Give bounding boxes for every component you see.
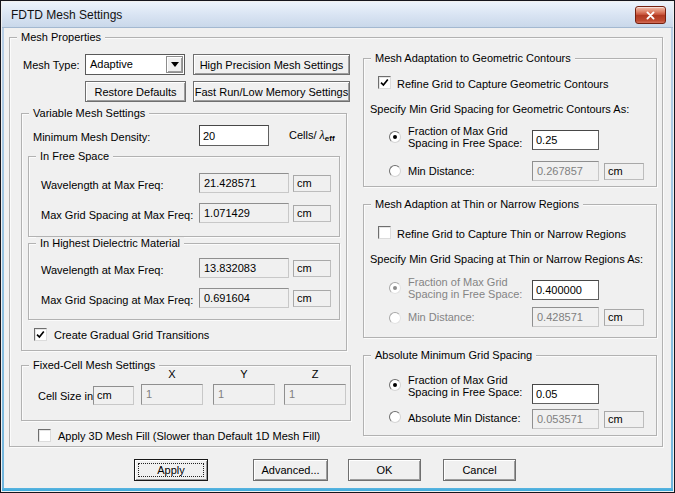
di-maxgrid-unit: cm [293, 290, 331, 307]
contours-refine-label: Refine Grid to Capture Geometric Contour… [397, 78, 609, 90]
advanced-button[interactable]: Advanced... [253, 459, 328, 481]
gradual-transitions-checkbox[interactable] [34, 328, 47, 341]
close-icon [646, 11, 655, 20]
group-free-space-legend: In Free Space [36, 150, 113, 162]
restore-defaults-button-label: Restore Defaults [95, 86, 177, 98]
group-dielectric-legend: In Highest Dielectric Material [36, 237, 184, 249]
chevron-down-icon [171, 62, 179, 67]
di-wavelength-unit: cm [293, 260, 331, 277]
min-mesh-density-input[interactable] [199, 125, 269, 146]
thin-fraction-input[interactable] [532, 280, 599, 300]
cell-size-x-field: 1 [141, 384, 203, 405]
cancel-button[interactable]: Cancel [443, 459, 516, 481]
group-dielectric: In Highest Dielectric Material [28, 243, 340, 320]
thin-min-distance-label: Min Distance: [408, 311, 475, 323]
fs-maxgrid-unit: cm [293, 205, 331, 222]
group-free-space: In Free Space [28, 156, 340, 237]
absmin-distance-label: Absolute Min Distance: [408, 412, 521, 424]
group-mesh-properties-legend: Mesh Properties [17, 31, 105, 43]
contours-fraction-label-line1: Fraction of Max Grid [408, 125, 508, 137]
mesh-type-label: Mesh Type: [23, 59, 80, 71]
contours-min-distance-label: Min Distance: [408, 165, 475, 177]
apply-button-label: Apply [157, 464, 185, 476]
fs-maxgrid-label: Max Grid Spacing at Max Freq: [41, 209, 193, 221]
thin-refine-checkbox[interactable] [378, 226, 391, 239]
absmin-fraction-label-line2: Spacing in Free Space: [408, 386, 522, 398]
window-title: FDTD Mesh Settings [11, 8, 122, 22]
contours-min-distance-radio[interactable] [389, 165, 401, 177]
fast-run-button[interactable]: Fast Run/Low Memory Settings [193, 81, 350, 102]
min-mesh-density-label: Minimum Mesh Density: [33, 131, 150, 143]
cancel-button-label: Cancel [462, 464, 496, 476]
di-maxgrid-value: 0.691604 [199, 288, 289, 308]
radio-dot [393, 135, 397, 139]
gradual-transitions-label: Create Gradual Grid Transitions [54, 329, 209, 341]
group-fixed-cell-legend: Fixed-Cell Mesh Settings [29, 359, 159, 371]
absmin-fraction-label-line1: Fraction of Max Grid [408, 374, 508, 386]
thin-fraction-radio [389, 282, 401, 294]
apply-button[interactable]: Apply [134, 459, 208, 481]
thin-refine-label: Refine Grid to Capture Thin or Narrow Re… [397, 228, 626, 240]
mesh-type-value: Adaptive [90, 58, 133, 70]
advanced-button-label: Advanced... [261, 464, 319, 476]
fast-run-button-label: Fast Run/Low Memory Settings [195, 86, 348, 98]
fixed-cell-header-y: Y [213, 368, 275, 380]
window-border-bottom [2, 488, 673, 491]
thin-min-distance-unit: cm [604, 309, 644, 326]
ok-button[interactable]: OK [348, 459, 421, 481]
cell-size-unit-field: cm [93, 386, 134, 405]
fixed-cell-header-x: X [141, 368, 203, 380]
contours-fraction-input[interactable] [532, 130, 599, 150]
fs-maxgrid-value: 1.071429 [199, 203, 289, 223]
di-wavelength-label: Wavelength at Max Freq: [41, 264, 163, 276]
min-mesh-density-units: Cells/ λeff [289, 129, 335, 145]
radio-dot [393, 383, 397, 387]
fs-wavelength-unit: cm [293, 175, 331, 192]
absmin-fraction-input[interactable] [532, 384, 599, 404]
mesh-fill-checkbox[interactable] [38, 429, 51, 442]
units-prefix: Cells/ [289, 129, 317, 141]
contours-min-distance-field: 0.267857 [532, 161, 599, 181]
mesh-type-select[interactable]: Adaptive [85, 54, 185, 75]
window-border-right [671, 28, 673, 488]
thin-min-distance-radio [389, 312, 401, 324]
cell-size-label: Cell Size in [38, 390, 93, 402]
contours-fraction-label-line2: Spacing in Free Space: [408, 137, 522, 149]
di-maxgrid-label: Max Grid Spacing at Max Freq: [41, 294, 193, 306]
fdtd-mesh-settings-dialog: FDTD Mesh Settings Mesh Properties Mesh … [0, 0, 675, 493]
group-contours-legend: Mesh Adaptation to Geometric Contours [371, 52, 575, 64]
title-bar[interactable]: FDTD Mesh Settings [2, 2, 673, 28]
di-wavelength-value: 13.832083 [199, 258, 289, 278]
high-precision-button[interactable]: High Precision Mesh Settings [193, 54, 350, 75]
restore-defaults-button[interactable]: Restore Defaults [85, 81, 186, 102]
thin-specify-label: Specify Min Grid Spacing at Thin or Narr… [370, 253, 643, 265]
lambda-subscript: eff [325, 134, 335, 143]
contours-refine-checkbox[interactable] [378, 76, 391, 89]
radio-dot [393, 286, 397, 290]
thin-fraction-label-line2: Spacing in Free Space: [408, 288, 522, 300]
cell-size-z-field: 1 [284, 384, 346, 405]
fixed-cell-header-z: Z [284, 368, 346, 380]
contours-fraction-radio[interactable] [389, 131, 401, 143]
high-precision-button-label: High Precision Mesh Settings [200, 59, 344, 71]
absmin-distance-field: 0.053571 [532, 409, 599, 429]
checkmark-icon [35, 329, 46, 340]
contours-min-distance-unit: cm [604, 163, 644, 180]
fs-wavelength-value: 21.428571 [199, 173, 289, 193]
cell-size-y-field: 1 [213, 384, 275, 405]
mesh-type-dropdown-button[interactable] [166, 56, 183, 73]
absmin-fraction-radio[interactable] [389, 379, 401, 391]
window-border-left [2, 28, 4, 488]
ok-button-label: OK [377, 464, 393, 476]
absmin-distance-unit: cm [604, 411, 644, 428]
group-variable-mesh-legend: Variable Mesh Settings [29, 107, 149, 119]
fs-wavelength-label: Wavelength at Max Freq: [41, 179, 163, 191]
contours-specify-label: Specify Min Grid Spacing for Geometric C… [370, 103, 629, 115]
group-absolute-min-legend: Absolute Minimum Grid Spacing [371, 349, 536, 361]
close-button[interactable] [635, 6, 666, 24]
absmin-distance-radio[interactable] [389, 411, 401, 423]
thin-fraction-label-line1: Fraction of Max Grid [408, 276, 508, 288]
thin-min-distance-field: 0.428571 [532, 307, 599, 327]
checkmark-icon [379, 77, 390, 88]
mesh-fill-label: Apply 3D Mesh Fill (Slower than Default … [58, 430, 320, 442]
